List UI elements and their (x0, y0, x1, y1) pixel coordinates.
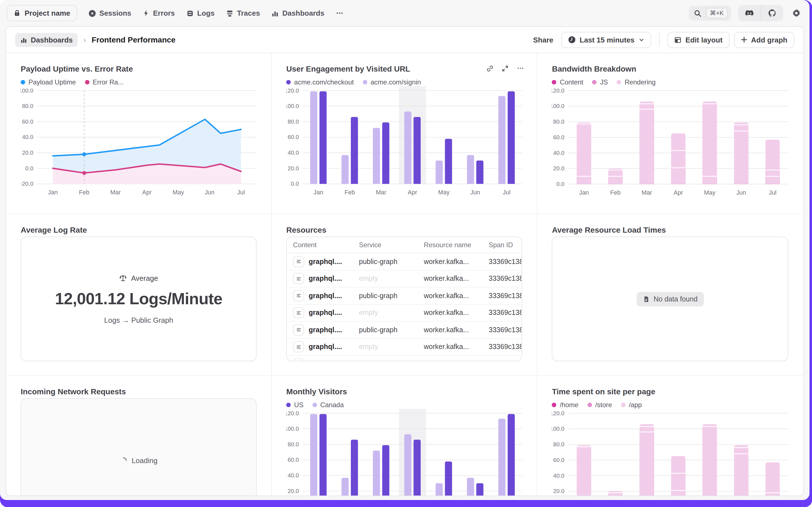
svg-text:Jul: Jul (237, 189, 245, 196)
svg-text:Mar: Mar (642, 189, 652, 196)
search-shortcut-kbd: ⌘+K (706, 8, 728, 18)
breadcrumb-dashboards-chip[interactable]: Dashboards (15, 33, 78, 47)
project-name-label: Project name (24, 9, 70, 17)
github-button[interactable] (761, 5, 783, 21)
table-row[interactable]: graphql....public-graphworker.kafka...33… (287, 356, 521, 361)
project-switcher-button[interactable]: Project name (7, 5, 77, 21)
content-cell: graphql.... (293, 341, 359, 353)
table-row[interactable]: graphql....public-graphworker.kafka...33… (287, 253, 521, 270)
legend-label: Payload Uptime (28, 78, 76, 86)
tile-network-requests: Incoming Network Requests Loading (6, 376, 272, 496)
resource-name-cell: worker.kafka... (424, 258, 489, 266)
table-row[interactable]: graphql....emptyworker.kafka...33369c138… (287, 304, 521, 322)
discord-icon (744, 9, 754, 17)
tile-title: Average Resource Load Times (552, 225, 789, 234)
tile-average-log-rate: Average Log Rate Average 12,001.12 Logs/… (6, 214, 272, 376)
link-icon[interactable] (487, 65, 494, 72)
nav-item-traces[interactable]: Traces (226, 9, 260, 17)
time-spent-chart[interactable]: 120.0100.080.060.040.020.00.0JanFebMarAp… (552, 409, 789, 496)
tile-load-times: Average Resource Load Times No data foun… (538, 214, 803, 376)
svg-text:120.0: 120.0 (552, 87, 565, 94)
legend-label: Content (560, 78, 583, 86)
svg-text:120.0: 120.0 (286, 410, 299, 416)
no-data-badge: No data found (637, 292, 703, 306)
dashboard-panel: Dashboards › Frontend Performance Share … (6, 26, 804, 496)
tile-title: Bandwidth Breakdown (552, 64, 789, 73)
time-range-dropdown[interactable]: Last 15 minutes (561, 32, 651, 48)
svg-text:May: May (704, 189, 715, 196)
table-row[interactable]: graphql....public-graphworker.kafka...33… (287, 287, 521, 304)
legend-item[interactable]: /store (587, 401, 612, 409)
content-cell: graphql.... (293, 358, 359, 361)
settings-button[interactable] (790, 7, 803, 19)
log-lines-icon (293, 358, 304, 361)
tile-time-spent: Time spent on site per page /home/store/… (538, 376, 803, 496)
sessions-icon (88, 9, 96, 17)
search-button[interactable]: ⌘+K (688, 6, 731, 21)
svg-text:80.0: 80.0 (553, 441, 565, 447)
legend-item[interactable]: acme.com/signin (363, 78, 421, 86)
legend-label: US (294, 401, 303, 409)
discord-button[interactable] (738, 5, 761, 21)
bar-chart-icon (20, 36, 27, 43)
svg-text:0.0: 0.0 (291, 180, 299, 187)
tile-title: Incoming Network Requests (21, 387, 257, 396)
svg-text:20.0: 20.0 (22, 149, 33, 156)
legend-item[interactable]: Error Ra... (85, 78, 124, 86)
content-cell: graphql.... (293, 324, 359, 336)
nav-item-logs[interactable]: Logs (186, 9, 215, 17)
edit-layout-button[interactable]: Edit layout (668, 32, 729, 48)
resources-table-body: graphql....public-graphworker.kafka...33… (287, 253, 521, 361)
svg-text:20.0: 20.0 (288, 165, 299, 171)
uptime-error-chart[interactable]: 100.080.060.040.020.00.0-20.0JanFebMarAp… (21, 86, 257, 199)
legend-item[interactable]: US (286, 401, 303, 409)
bandwidth-chart[interactable]: 120.0100.080.060.040.020.00.0JanFebMarAp… (552, 86, 789, 199)
resource-name-cell: worker.kafka... (424, 360, 489, 361)
time-range-label: Last 15 minutes (580, 36, 635, 44)
nav-item-label: Sessions (99, 9, 131, 17)
nav-item-dashboards[interactable]: Dashboards (271, 9, 324, 17)
gear-icon (792, 9, 800, 17)
legend-item[interactable]: Canada (313, 401, 344, 409)
svg-text:60.0: 60.0 (288, 456, 299, 463)
tile-menu-icon[interactable] (517, 64, 525, 72)
legend-dot (286, 403, 291, 407)
span-id-cell: 33369c1380... (489, 343, 521, 351)
legend-item[interactable]: /home (552, 401, 579, 409)
content-cell: graphql.... (293, 290, 359, 301)
table-row[interactable]: graphql....emptyworker.kafka...33369c138… (287, 339, 521, 356)
resources-table-header: ContentServiceResource nameSpan ID (287, 237, 521, 253)
user-engagement-chart[interactable]: 120.0100.080.060.040.020.00.0JanFebMarAp… (286, 86, 522, 199)
expand-icon[interactable] (502, 65, 509, 72)
legend-item[interactable]: Content (552, 78, 583, 86)
tile-monthly-visitors: Monthly Visitors USCanada 120.0100.080.0… (272, 376, 537, 496)
span-id-cell: 33369c1380... (489, 275, 521, 283)
add-graph-button[interactable]: Add graph (734, 32, 794, 48)
svg-text:Jun: Jun (737, 189, 746, 196)
tile-bandwidth: Bandwidth Breakdown ContentJSRendering 1… (538, 53, 803, 214)
service-cell: public-graph (359, 326, 424, 334)
chart-legend: /home/store/app (552, 401, 789, 409)
legend-dot (85, 80, 89, 84)
nav-item-sessions[interactable]: Sessions (88, 9, 131, 17)
legend-item[interactable]: Payload Uptime (21, 78, 76, 86)
lightning-icon (142, 9, 150, 17)
log-lines-icon (293, 307, 304, 319)
share-button[interactable]: Share (533, 36, 553, 44)
svg-text:60.0: 60.0 (22, 118, 33, 125)
nav-item-errors[interactable]: Errors (142, 9, 175, 17)
content-cell: graphql.... (293, 307, 359, 319)
table-row[interactable]: graphql....public-graphworker.kafka...33… (287, 322, 521, 339)
legend-item[interactable]: acme.com/checkout (286, 78, 354, 86)
svg-text:100.0: 100.0 (552, 103, 565, 109)
table-row[interactable]: graphql....emptyworker.kafka...33369c138… (287, 270, 521, 287)
legend-item[interactable]: JS (592, 78, 608, 86)
svg-text:-20.0: -20.0 (21, 180, 33, 187)
svg-text:Jul: Jul (503, 189, 511, 196)
nav-overflow-menu[interactable] (335, 9, 344, 17)
legend-item[interactable]: Rendering (617, 78, 656, 86)
legend-item[interactable]: /app (621, 401, 642, 409)
legend-label: Rendering (625, 78, 656, 86)
log-rate-card[interactable]: Average 12,001.12 Logs/Minute Logs → Pub… (21, 237, 257, 361)
monthly-visitors-chart[interactable]: 120.0100.080.060.040.020.00.0JanFebMarAp… (286, 409, 522, 496)
